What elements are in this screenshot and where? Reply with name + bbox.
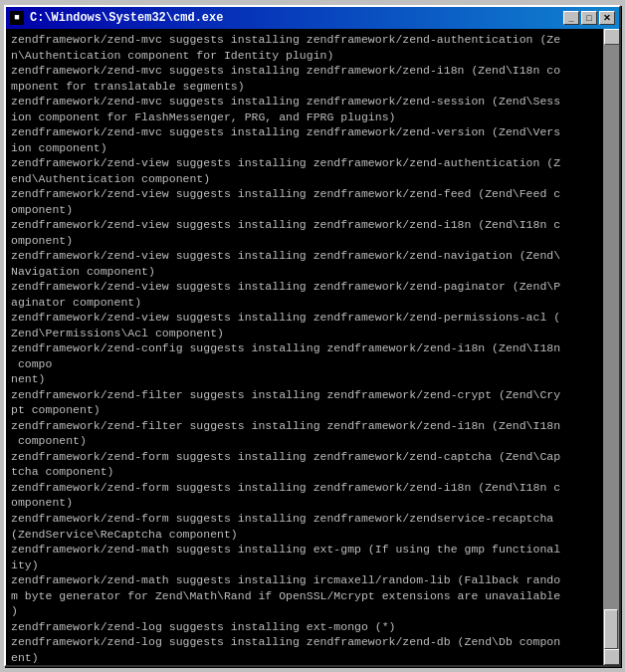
- scroll-thumb[interactable]: [604, 609, 618, 649]
- cmd-window: ■ C:\Windows\System32\cmd.exe _ □ ✕ zend…: [4, 5, 621, 667]
- cmd-icon: ■: [10, 11, 24, 25]
- scroll-down-button[interactable]: ▼: [604, 649, 619, 665]
- scrollbar[interactable]: ▲ ▼: [603, 29, 619, 665]
- maximize-button[interactable]: □: [581, 11, 597, 25]
- scroll-up-button[interactable]: ▲: [604, 29, 619, 45]
- terminal-body: zendframework/zend-mvc suggests installi…: [6, 29, 619, 665]
- terminal-content: zendframework/zend-mvc suggests installi…: [11, 32, 614, 665]
- scroll-track[interactable]: [604, 45, 619, 649]
- window-title: C:\Windows\System32\cmd.exe: [30, 11, 223, 25]
- title-bar-left: ■ C:\Windows\System32\cmd.exe: [10, 11, 223, 25]
- close-button[interactable]: ✕: [599, 11, 615, 25]
- minimize-button[interactable]: _: [563, 11, 579, 25]
- title-buttons: _ □ ✕: [563, 11, 615, 25]
- title-bar: ■ C:\Windows\System32\cmd.exe _ □ ✕: [6, 7, 619, 29]
